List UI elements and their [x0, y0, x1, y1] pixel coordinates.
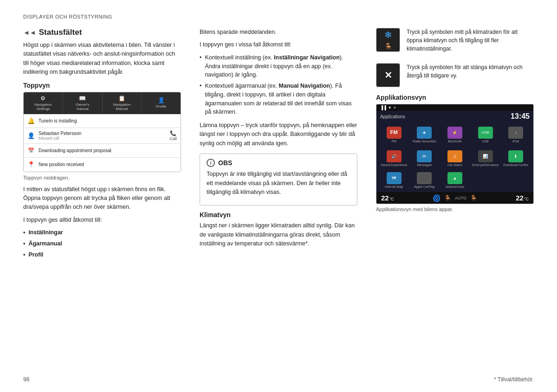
klimat-close-row: ✕ Tryck på symbolen för att stänga klima…	[376, 63, 534, 87]
carplay-label: Apple CarPlay	[414, 185, 435, 188]
app-icon-download[interactable]: ⬇ Download Centre	[501, 148, 531, 168]
celsius-right: °C	[524, 197, 529, 201]
radio-icon-box: ★	[417, 127, 432, 139]
list-item-profil: Profil	[23, 251, 181, 259]
app-icon-internet[interactable]: 🗺 Internet Map	[379, 170, 409, 190]
app-header: Applications 13:45	[376, 111, 533, 122]
call-action[interactable]: 📞 Call	[169, 130, 177, 141]
app-icon-drive[interactable]: 📊 Drive performance	[471, 148, 500, 168]
download-centre-label: Download Centre	[503, 163, 528, 167]
person-icon: 👤	[27, 132, 35, 139]
app-icon-android[interactable]: ▲ Android Auto	[440, 170, 470, 190]
main-list: Inställningar Ägarmanual Profil	[23, 228, 181, 259]
app-icon-messages[interactable]: ✉ Messages	[410, 148, 440, 168]
col2-body6: Lämna toppvyn – tryck utanför toppvyn, p…	[200, 121, 357, 148]
manual-icon: 📋	[118, 95, 125, 102]
app-icon-bluetooth[interactable]: ⚡ Bluetooth	[440, 125, 470, 145]
topbar-profile[interactable]: 👤 Profile	[142, 92, 181, 114]
app-screen: ▐▐ ✦ × Applications 13:45 FM FM	[376, 104, 534, 204]
applikationsvyn-title: Applikationsvyn	[376, 94, 534, 101]
klimatvyn-title: Klimatvyn	[200, 211, 357, 218]
car-status-icon-box: ⚠	[447, 150, 462, 162]
topbar-settings[interactable]: ⚙ NavigationSettings	[24, 92, 63, 114]
toppvyn-topbar: ⚙ NavigationSettings 📖 Owner'smanual 📋 N…	[24, 92, 181, 114]
app-bottom-bar: 22 °C 🌀 🪑 AUTO 🪑 22 °C	[376, 192, 533, 204]
toppvyn-access-list: Kontextuell inställning (ex. Inställning…	[200, 53, 357, 116]
klimat-close-icon-box: ✕	[376, 63, 400, 87]
section-title: ◄◄ Statusfältet	[23, 28, 181, 37]
topbar-owners-label: Owner'smanual	[76, 103, 89, 111]
sound-label: Sound Experience	[381, 163, 407, 167]
app-caption: Applikationsvyn med bilens appar.	[376, 206, 534, 212]
klimatvyn-body: Längst ner i skärmen ligger klimatraden …	[200, 221, 357, 248]
klimat-close-text: Tryck på symbolen för att stänga klimatv…	[407, 63, 534, 80]
settings-icon: ⚙	[40, 95, 45, 102]
usb-icon-box: USB	[478, 127, 493, 139]
col2-body5: I toppvyn ges i vissa fall åtkomst till:	[200, 40, 357, 49]
app-icon-carstatus[interactable]: ⚠ Car status	[440, 148, 470, 168]
obs-title: i OBS	[207, 159, 350, 167]
location-icon: 📍	[27, 161, 35, 168]
list-item-label: Ägarmanual	[28, 239, 62, 248]
topbar-settings-label: NavigationSettings	[34, 103, 52, 111]
bluetooth-label: Bluetooth	[448, 140, 462, 143]
celsius-left: °C	[389, 197, 394, 201]
app-icons-grid-2: 🔊 Sound Experience ✉ Messages ⚠ Car stat…	[376, 148, 533, 169]
bluetooth-icon-box: ⚡	[447, 127, 462, 139]
app-icon-radio[interactable]: ★ Radio favourites	[410, 125, 440, 145]
internet-icon-box: 🗺	[387, 172, 402, 184]
app-icon-usb[interactable]: USB USB	[471, 125, 500, 145]
fan-icon: 🌀	[433, 194, 440, 202]
tunein-row[interactable]: 🔔 TuneIn is installing	[24, 114, 181, 128]
drive-icon-box: 📊	[478, 150, 493, 162]
toppvyn-title: Toppvyn	[23, 82, 181, 89]
download-icon-box: ⬇	[508, 150, 523, 162]
statusfaltet-body1: Högst upp i skärmen visas aktiviteterna …	[23, 41, 181, 77]
status-left-icons: ▐▐ ✦ ×	[380, 105, 396, 110]
fm-icon-box: FM	[387, 127, 402, 139]
app-status-bar: ▐▐ ✦ ×	[376, 104, 533, 111]
topbar-manual-label: NavigationManual	[113, 103, 130, 111]
toppvyn-screen: ⚙ NavigationSettings 📖 Owner'smanual 📋 N…	[23, 92, 181, 172]
position-text: New position received	[39, 162, 177, 167]
list-item-kontextuell-agarmanual: Kontextuell ägarmanual (ex. Manual Navig…	[200, 82, 357, 116]
call-label: Call	[169, 136, 177, 141]
obs-box: i OBS Toppvyn är inte tillgänglig vid st…	[200, 154, 357, 206]
list-item-agarmanual: Ägarmanual	[23, 239, 181, 248]
missed-call-row[interactable]: 👤 Sebastian Petersson Missed call 📞 Call	[24, 128, 181, 144]
snowflake-seat-icon: ❄🪑	[384, 29, 392, 51]
column-2: Bilens sparade meddelanden. I toppvyn ge…	[200, 28, 357, 263]
tunein-text: TuneIn is installing	[39, 118, 177, 123]
app-icon-sound[interactable]: 🔊 Sound Experience	[379, 148, 409, 168]
download-row[interactable]: 📅 Downloading appointment proposal	[24, 144, 181, 158]
temp-left: 22	[381, 194, 389, 202]
drive-label: Drive performance	[472, 163, 499, 167]
topbar-owners-manual[interactable]: 📖 Owner'smanual	[63, 92, 103, 114]
android-icon-box: ▲	[447, 172, 462, 184]
carplay-icon-box	[417, 172, 432, 184]
list-item-text: Kontextuell ägarmanual (ex. Manual Navig…	[205, 82, 357, 116]
list-item-installningar: Inställningar	[23, 228, 181, 237]
seat-heat-right-icon: 🪑	[470, 195, 477, 201]
climate-icons: 🌀 🪑 AUTO 🪑	[433, 194, 477, 202]
statusfaltet-body3: I toppvyn ges alltid åtkomst till:	[23, 216, 181, 225]
app-title: Applications	[380, 114, 405, 119]
toppvyn-caption: Toppvyn neddragen.	[23, 175, 181, 180]
app-icon-carplay[interactable]: Apple CarPlay	[410, 170, 440, 190]
app-icons-grid-1: FM FM ★ Radio favourites ⚡ Bluetooth USB…	[376, 122, 533, 148]
app-icon-fm[interactable]: FM FM	[379, 125, 409, 145]
topbar-nav-manual[interactable]: 📋 NavigationManual	[103, 92, 142, 114]
app-time: 13:45	[511, 112, 530, 121]
topbar-profile-label: Profile	[156, 104, 167, 109]
app-icon-ipod[interactable]: ♪ iPod	[501, 125, 531, 145]
app-icons-grid-3: 🗺 Internet Map Apple CarPlay ▲ Android A…	[376, 169, 533, 192]
klimat-open-row: ❄🪑 Tryck på symbolen mitt på klimatraden…	[376, 28, 534, 57]
android-label: Android Auto	[446, 185, 464, 188]
position-row[interactable]: 📍 New position received	[24, 158, 181, 172]
sound-icon-box: 🔊	[387, 150, 402, 162]
tunein-icon: 🔔	[27, 117, 35, 124]
auto-label: AUTO	[455, 196, 466, 200]
fm-label: FM	[392, 140, 396, 143]
messages-label: Messages	[417, 163, 432, 167]
seat-heat-icon: 🪑	[444, 195, 451, 201]
